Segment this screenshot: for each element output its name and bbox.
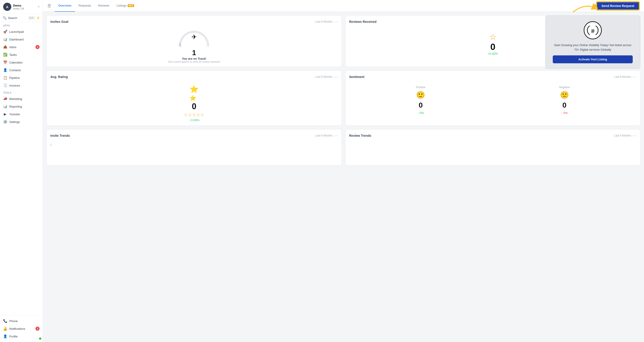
activate-yext-button[interactable]: Activate Yext Listing [553,55,633,63]
chevron-down-icon: ▾ [38,6,40,8]
avg-rating-title: Avg. Rating [50,75,68,79]
youtube-icon: ▶ [3,112,7,116]
tab-reviews[interactable]: Reviews [95,0,113,12]
avatar: A [3,3,11,11]
tab-overview[interactable]: Overview [55,0,75,12]
sidebar-item-calendars[interactable]: 📅 Calendars [0,59,43,66]
marketing-icon: 📣 [3,97,7,101]
sidebar-item-label: Invoices [9,84,40,87]
user-name: Demo [13,4,38,7]
review-trends-card: Review Trends Last 6 Months ⋯ [346,129,640,165]
negative-pct: ↑ 0% [561,111,568,115]
reviews-received-title: Reviews Received [349,20,376,24]
reviews-number: 0 [490,42,495,52]
invites-period: Last 6 Months [315,20,332,23]
tab-listings[interactable]: Listings NEW [113,0,138,12]
sidebar-item-settings[interactable]: ⚙️ Settings [0,118,43,126]
sidebar-item-label: Dashboard [9,38,40,41]
dashboard-icon: 📊 [3,37,7,41]
invites-goal-sub: Your current goal is to send 20 review r… [168,60,220,63]
yext-logo-svg: YE XT [586,26,600,35]
avg-rating-stacked-icon: ⭐⭐ [190,85,198,102]
positive-label: Positive [416,86,425,89]
card-header-invite-trends: Invite Trends Last 6 Months ⋯ [50,133,338,138]
review-trends-menu-dots[interactable]: ⋯ [632,133,636,138]
smiley-positive-icon: 🙂 [416,91,425,99]
sidebar-item-tasks[interactable]: ✅ Tasks [0,51,43,59]
sentiment-period: Last 6 Months [614,75,631,79]
contacts-icon: 👤 [3,68,7,72]
tab-requests[interactable]: Requests [75,0,95,12]
pipeline-icon: 📋 [3,76,7,80]
search-label: Search [8,16,27,20]
row-2-grid: Avg. Rating Last 6 Months ⋯ ⭐⭐ 0 ☆☆☆☆☆ ↑… [46,71,640,126]
sidebar-item-contacts[interactable]: 👤 Contacts [0,66,43,74]
card-header-avg-rating: Avg. Rating Last 6 Months ⋯ [50,74,338,79]
invites-goal-card: Invites Goal Last 6 Months ⋯ ✈ 1 [46,15,342,67]
smiley-negative-icon: 🙁 [560,91,569,99]
nav-tabs: Overview Requests Reviews Listings NEW [55,0,587,12]
svg-text:XT: XT [591,31,594,34]
sidebar-item-inbox[interactable]: 📥 Inbox 0 [0,43,43,51]
invite-trends-body: 2 [50,141,338,147]
sentiment-body: Positive 🙂 0 ↑ 0% Negative 🙁 0 ↑ 0% [349,82,637,115]
invite-trends-meta: Last 6 Months ⋯ [315,133,338,138]
invites-goal-title: Invites Goal [50,20,68,24]
invite-trends-title: Invite Trends [50,134,70,137]
yext-description: Start Growing your Online Visibility Tod… [553,43,633,52]
negative-label: Negative [559,86,570,89]
yext-overlay: YE XT Start Growing your Online Visibili… [545,16,640,69]
sidebar-item-youtube[interactable]: ▶ Youtube [0,110,43,118]
notifications-icon: 🔔 [3,327,7,331]
avg-rating-stars: ☆☆☆☆☆ [184,112,204,118]
review-trends-title: Review Trends [349,134,371,137]
avg-rating-meta: Last 6 Months ⋯ [315,74,338,79]
apps-section-label: Apps [0,22,43,28]
sidebar-item-dashboard[interactable]: 📊 Dashboard [0,36,43,43]
listings-new-badge: NEW [128,4,134,7]
sidebar-user-section[interactable]: A Demo Irvine, CA ▾ [0,0,43,14]
paper-plane-icon: ✈ [192,33,197,41]
sidebar-item-phone[interactable]: 📞 Phone [0,317,43,325]
inbox-badge: 0 [36,45,40,49]
main-content: ☰ Overview Requests Reviews Listings NEW… [43,0,644,342]
review-trends-period: Last 6 Months [614,134,631,137]
sentiment-title: Sentiment [349,75,364,79]
sidebar-item-profile[interactable]: 👤 Profile [0,332,43,340]
yext-logo: YE XT [584,21,602,39]
hamburger-icon[interactable]: ☰ [48,4,51,8]
sidebar-item-notifications[interactable]: 🔔 Notifications 2 [0,325,43,332]
sidebar-item-invoices[interactable]: 🗒️ Invoices [0,82,43,89]
tasks-icon: ✅ [3,53,7,57]
sidebar-bottom: 📞 Phone 🔔 Notifications 2 👤 Profile [0,315,43,342]
invites-menu-dots[interactable]: ⋯ [334,19,338,24]
sidebar-item-marketing[interactable]: 📣 Marketing [0,95,43,103]
card-header-review-trends: Review Trends Last 6 Months ⋯ [349,133,637,138]
avg-rating-menu-dots[interactable]: ⋯ [334,74,338,79]
sidebar-item-label: Pipeline [9,76,40,80]
settings-icon: ⚙️ [3,120,7,124]
invites-goal-track: You are on Track! [182,57,206,60]
row-1-grid: Invites Goal Last 6 Months ⋯ ✈ 1 [46,15,640,67]
sidebar-item-launchpad[interactable]: 🚀 Launchpad [0,28,43,36]
sentiment-negative-col: Negative 🙁 0 ↑ 0% [559,86,570,115]
row-3-grid: Invite Trends Last 6 Months ⋯ 2 Review T… [46,129,640,165]
launchpad-icon: 🚀 [3,30,7,34]
send-review-request-button[interactable]: Send Review Request [596,2,640,10]
invite-trends-menu-dots[interactable]: ⋯ [334,133,338,138]
search-bar[interactable]: 🔍 Search ⌘ K ⚡ [0,14,43,22]
sidebar-item-label: Reporting [9,105,40,108]
sentiment-menu-dots[interactable]: ⋯ [632,74,636,79]
sidebar-item-reporting[interactable]: 📊 Reporting [0,103,43,110]
star-outline-icon: ☆ [489,32,496,42]
profile-label: Profile [9,335,40,338]
reviews-delta: +0.00% [488,52,498,55]
phone-label: Phone [9,319,40,323]
gear-icon[interactable]: ⚙ [593,4,596,8]
reviews-received-card: Reviews Received Last 6 Months ⋯ ☆ 0 +0.… [346,15,640,67]
invite-trends-period: Last 6 Months [315,134,332,137]
tools-section-label: Tools [0,89,43,95]
sidebar-item-pipeline[interactable]: 📋 Pipeline [0,74,43,82]
avg-rating-card: Avg. Rating Last 6 Months ⋯ ⭐⭐ 0 ☆☆☆☆☆ ↑… [46,71,342,126]
sidebar-item-label: Calendars [9,61,40,64]
